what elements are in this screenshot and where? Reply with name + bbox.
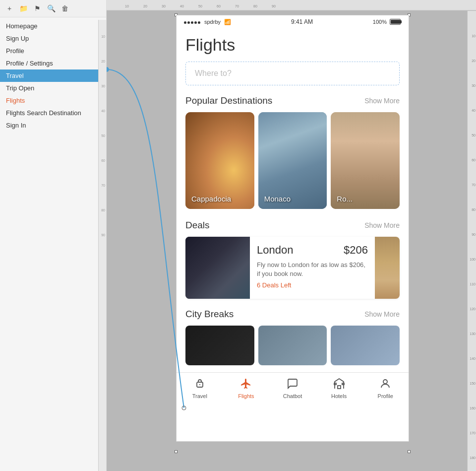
battery-percent: 100% [373, 19, 387, 25]
corner-bl [175, 450, 178, 453]
svg-text:70: 70 [235, 4, 239, 8]
left-panel: + 📁 ⚑ 🔍 🗑 Homepage Sign Up Profile Profi… [0, 0, 107, 471]
deals-title: Deals [185, 220, 210, 231]
svg-text:50: 50 [198, 4, 202, 8]
ruler-right-main: 10 20 30 40 50 60 70 80 90 100 110 120 1… [467, 11, 476, 471]
nav-tab-chatbot[interactable]: Chatbot [269, 373, 316, 403]
destination-label-monaco: Monaco [264, 195, 291, 203]
city-card-3[interactable] [331, 326, 400, 365]
svg-text:40: 40 [180, 4, 184, 8]
phone-screen: spdrby 📶 9:41 AM 100% Flights [176, 15, 409, 442]
travel-tab-label: Travel [192, 393, 207, 399]
status-left: spdrby 📶 [183, 19, 231, 25]
destination-label-cappadocia: Cappadocia [191, 195, 231, 203]
deal-badge: 6 Deals Left [257, 281, 368, 289]
deal-city: London [257, 244, 293, 257]
nav-tab-profile[interactable]: Profile [362, 373, 409, 403]
chatbot-tab-label: Chatbot [283, 393, 302, 399]
status-bar: spdrby 📶 9:41 AM 100% [177, 15, 409, 28]
search-box[interactable]: Where to? [185, 62, 400, 85]
deals-show-more[interactable]: Show More [364, 221, 400, 229]
flights-icon [240, 378, 252, 392]
nav-items: Homepage Sign Up Profile Profile / Setti… [0, 17, 106, 471]
sidebar-item-homepage[interactable]: Homepage [0, 20, 106, 32]
sidebar-item-travel[interactable]: Travel [0, 69, 106, 82]
city-breaks-title: City Breaks [185, 309, 234, 320]
flag-icon[interactable]: ⚑ [33, 4, 42, 13]
ruler-right: 10 20 30 40 50 60 70 80 90 [98, 20, 106, 471]
chatbot-icon [287, 378, 298, 392]
destination-card-monaco[interactable]: Monaco [258, 112, 327, 209]
hotels-tab-label: Hotels [331, 393, 347, 399]
svg-rect-15 [338, 386, 341, 389]
deal-image [185, 237, 250, 299]
city-card-2[interactable] [258, 326, 327, 365]
page-title: Flights [185, 35, 400, 55]
flights-tab-label: Flights [238, 393, 254, 399]
toolbar: + 📁 ⚑ 🔍 🗑 [0, 0, 106, 17]
search-placeholder: Where to? [195, 69, 232, 77]
deals-card[interactable]: London $206 Fly now to London for as low… [185, 237, 400, 299]
time-display: 9:41 AM [291, 18, 313, 25]
sidebar-item-flights[interactable]: Flights [0, 94, 106, 107]
deals-header: Deals Show More [185, 220, 400, 231]
sidebar-item-signup[interactable]: Sign Up [0, 32, 106, 45]
profile-tab-label: Profile [378, 393, 393, 399]
main-content: 10 20 30 40 50 60 70 80 90 [107, 0, 476, 471]
nav-tab-hotels[interactable]: Hotels [316, 373, 362, 403]
phone-container: spdrby 📶 9:41 AM 100% Flights [176, 15, 409, 452]
destination-card-rome[interactable]: Ro... [331, 112, 400, 209]
popular-destinations-show-more[interactable]: Show More [364, 97, 400, 105]
battery-icon [390, 19, 402, 25]
deal-info: London $206 Fly now to London for as low… [250, 237, 375, 299]
city-card-1[interactable] [185, 326, 254, 365]
app-content: Flights Where to? Popular Destinations S… [177, 28, 409, 372]
svg-rect-16 [334, 383, 336, 385]
city-breaks-show-more[interactable]: Show More [364, 310, 400, 318]
travel-icon [194, 378, 206, 392]
svg-point-18 [383, 380, 387, 384]
signal-dots [183, 19, 201, 25]
sidebar-item-trip-open[interactable]: Trip Open [0, 82, 106, 94]
ruler-top: 10 20 30 40 50 60 70 80 90 [107, 0, 476, 11]
hotels-icon [333, 378, 345, 392]
deal-price: $206 [344, 244, 368, 257]
deal-image-secondary [375, 237, 400, 299]
svg-text:30: 30 [162, 4, 166, 8]
profile-icon [379, 378, 391, 392]
sidebar-item-sign-in[interactable]: Sign In [0, 119, 106, 132]
sidebar-item-profile-settings[interactable]: Profile / Settings [0, 57, 106, 69]
svg-rect-17 [342, 383, 344, 385]
svg-text:20: 20 [143, 4, 147, 8]
sidebar-item-profile[interactable]: Profile [0, 45, 106, 57]
bottom-nav: Travel Flights Cha [177, 372, 409, 403]
corner-br [408, 450, 411, 453]
svg-text:10: 10 [125, 4, 129, 8]
nav-tab-travel[interactable]: Travel [177, 373, 223, 403]
destination-card-cappadocia[interactable]: Cappadocia [185, 112, 254, 209]
svg-text:80: 80 [253, 4, 257, 8]
carrier-label: spdrby [204, 19, 221, 25]
status-right: 100% [373, 19, 402, 25]
add-icon[interactable]: + [5, 4, 14, 13]
svg-point-10 [107, 67, 109, 72]
svg-text:60: 60 [217, 4, 221, 8]
city-breaks-grid [185, 326, 400, 365]
sidebar-item-flights-search[interactable]: Flights Search Destination [0, 107, 106, 119]
folder-icon[interactable]: 📁 [19, 4, 28, 13]
destinations-grid: Cappadocia Monaco Ro... [185, 112, 400, 209]
nav-tab-flights[interactable]: Flights [223, 373, 270, 403]
trash-icon[interactable]: 🗑 [60, 4, 69, 13]
city-breaks-header: City Breaks Show More [185, 309, 400, 320]
destination-label-rome: Ro... [337, 195, 353, 203]
wifi-icon: 📶 [224, 19, 231, 25]
deal-description: Fly now to London for as low as $206, if… [257, 261, 368, 278]
svg-text:90: 90 [272, 4, 276, 8]
search-icon[interactable]: 🔍 [47, 4, 56, 13]
popular-destinations-header: Popular Destinations Show More [185, 95, 400, 106]
popular-destinations-title: Popular Destinations [185, 95, 272, 106]
deal-header: London $206 [257, 244, 368, 257]
